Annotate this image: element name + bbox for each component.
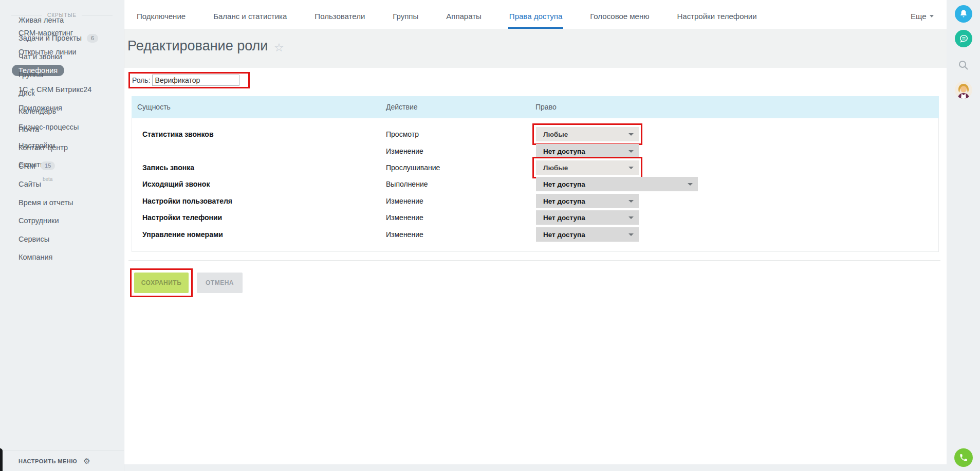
nav-tab[interactable]: Группы [393,0,418,29]
configure-menu-button[interactable]: НАСТРОИТЬ МЕНЮ ⚙ [0,450,124,471]
dropdown-value: Любые [543,164,568,172]
search-button[interactable] [955,57,972,74]
sidebar-item[interactable]: Время и отчеты [0,193,124,212]
nav-tab[interactable]: Аппараты [446,0,482,29]
action-label: Изменение [386,210,423,225]
role-name-input[interactable] [152,75,239,86]
chat-bubble-icon [959,34,969,44]
chevron-down-icon [628,233,634,236]
sidebar-item[interactable]: Контакт-центр [0,139,124,157]
right-dropdown[interactable]: Любые [536,160,639,175]
column-header-right: Право [535,96,557,118]
chevron-down-icon [628,200,634,203]
right-dropdown[interactable]: Нет доступа [536,144,639,158]
call-button[interactable] [954,448,973,467]
table-row: Настройки пользователяИзменениеНет досту… [132,194,938,208]
sidebar-item-label: Задачи и Проекты [19,34,82,42]
chevron-down-icon [628,216,634,219]
counter-badge: 15 [41,161,55,170]
table-row: Исходящий звонокВыполнениеНет доступа [132,177,938,191]
sidebar-item[interactable]: Диск [0,84,124,102]
counter-badge: 6 [87,34,98,43]
sidebar-item[interactable]: Чат и звонки [0,47,124,66]
action-label: Прослушивание [386,160,440,175]
page-title-band: Редактирование роли ☆ [124,29,947,68]
beta-tag: beta [43,176,52,182]
magnifier-icon [957,59,970,71]
star-icon[interactable]: ☆ [274,41,284,55]
right-dropdown[interactable]: Нет доступа [536,177,698,191]
nav-tab[interactable]: Подключение [137,0,186,29]
bottom-left-corner-tab [0,448,3,471]
entity-label: Статистика звонков [142,127,214,141]
sidebar-item-label: Сотрудники [19,216,59,225]
sidebar-item-label: Контакт-центр [19,143,68,152]
sidebar-item[interactable]: Сервисы [0,230,124,248]
sidebar-item[interactable]: CRM15 [0,157,124,175]
right-icon-rail [947,0,980,471]
table-row: Запись звонкаПрослушиваниеЛюбые [132,160,938,175]
nav-tab-more[interactable]: Еще [911,0,934,29]
dropdown-value: Нет доступа [543,180,585,188]
profile-avatar[interactable] [955,81,972,99]
role-label: Роль: [132,76,151,84]
sidebar-item[interactable]: Группы [0,66,124,84]
sidebar-item-label: Сайты [19,180,41,188]
cancel-button[interactable]: ОТМЕНА [197,273,243,293]
column-header-action: Действие [386,96,418,118]
table-row: ИзменениеНет доступа [132,144,938,158]
nav-tab[interactable]: Голосовое меню [590,0,649,29]
nav-tab[interactable]: Баланс и статистика [213,0,287,29]
chevron-down-icon [930,15,934,17]
sidebar-item-label: Группы [19,70,43,79]
topnav-tabs: ПодключениеБаланс и статистикаПользовате… [137,0,757,29]
sidebar-item[interactable]: Почта [0,120,124,139]
table-row: Статистика звонковПросмотрЛюбые [132,127,938,141]
nav-tab[interactable]: Настройки телефонии [677,0,756,29]
nav-tab[interactable]: Права доступа [509,0,562,29]
sidebar-item[interactable]: Компания [0,248,124,267]
notifications-button[interactable] [955,5,972,23]
messenger-button[interactable] [955,30,972,47]
sidebar-item-label: Компания [19,253,52,261]
right-dropdown[interactable]: Любые [536,127,639,141]
action-label: Изменение [386,144,423,158]
entity-label: Исходящий звонок [142,177,210,191]
section-divider [128,260,940,261]
sidebar-item-label: Живая лента [19,16,64,24]
save-button[interactable]: СОХРАНИТЬ [134,273,189,293]
role-name-field-highlight: Роль: [128,72,250,88]
nav-tab[interactable]: Пользователи [315,0,365,29]
action-label: Изменение [386,227,423,242]
telephony-topnav: ПодключениеБаланс и статистикаПользовате… [124,0,947,29]
sidebar-item[interactable]: Сотрудники [0,212,124,230]
right-dropdown[interactable]: Нет доступа [536,194,639,208]
chevron-down-icon [628,167,634,169]
entity-label: Настройки телефонии [142,210,222,225]
sidebar-item[interactable]: Живая лента [0,11,124,29]
sidebar-item-label: Сервисы [19,235,49,243]
entity-label: Управление номерами [142,227,223,242]
entity-label: Настройки пользователя [142,194,232,208]
right-dropdown[interactable]: Нет доступа [536,227,639,242]
right-dropdown[interactable]: Нет доступа [536,210,639,225]
action-label: Выполнение [386,177,428,191]
sidebar-item[interactable]: Задачи и Проекты6 [0,29,124,48]
sidebar-main-menu: Живая лентаЗадачи и Проекты6Чат и звонки… [0,11,124,266]
bitrix24-telephony-role-edit-screen: Живая лентаЗадачи и Проекты6Чат и звонки… [0,0,980,471]
sidebar-item[interactable]: Календарь [0,102,124,121]
bell-icon [959,9,968,19]
sidebar-item-label: Диск [19,89,35,97]
dropdown-value: Нет доступа [543,197,585,205]
action-label: Просмотр [386,127,419,141]
sidebar-item[interactable]: Сайтыbeta [0,175,124,194]
dropdown-value: Нет доступа [543,214,585,222]
page-title: Редактирование роли [127,38,268,54]
configure-menu-label: НАСТРОИТЬ МЕНЮ [19,458,77,464]
chevron-down-icon [628,133,634,136]
chevron-down-icon [628,150,634,153]
chevron-down-icon [688,183,693,186]
permissions-table-header: Сущность Действие Право [132,96,939,118]
sidebar-item-label: Время и отчеты [19,198,73,207]
sidebar-item-label: CRM [19,162,35,170]
